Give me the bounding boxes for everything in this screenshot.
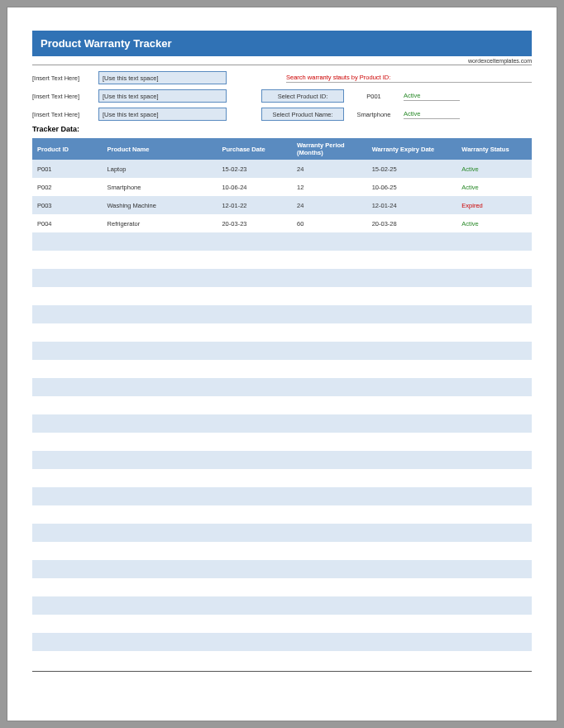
cell-warranty-status: Active [456, 178, 532, 196]
meta-input-2[interactable]: [Use this text space] [98, 89, 227, 103]
meta-row-2: [Insert Text Here] [Use this text space]… [32, 89, 532, 103]
col-product-name: Product Name [103, 138, 217, 160]
cell-expiry-date: 12-01-24 [367, 196, 457, 214]
document-page: Product Warranty Tracker wordexceltempla… [7, 7, 557, 721]
status-product-name: Active [404, 110, 460, 119]
table-row-empty [32, 469, 532, 487]
cell-warranty-period: 24 [292, 160, 367, 178]
table-row-empty [32, 596, 532, 615]
table-row-empty [32, 360, 532, 378]
cell-product-id: P004 [32, 214, 103, 232]
warranty-table: Product ID Product Name Purchase Date Wa… [32, 138, 532, 669]
table-row-empty [32, 342, 532, 360]
table-row-empty [32, 651, 532, 669]
table-row-empty [32, 287, 532, 305]
selected-product-id: P001 [344, 93, 404, 100]
search-header: Search warranty stauts by Product ID: [286, 74, 532, 83]
table-row-empty [32, 615, 532, 633]
table-row-empty [32, 505, 532, 524]
table-row-empty [32, 323, 532, 342]
cell-purchase-date: 15-02-23 [217, 160, 292, 178]
table-row-empty [32, 560, 532, 578]
cell-product-name: Washing Machine [103, 196, 217, 214]
page-title: Product Warranty Tracker [32, 31, 532, 56]
cell-purchase-date: 10-06-24 [217, 178, 292, 196]
cell-warranty-period: 12 [292, 178, 367, 196]
footer-divider [32, 671, 532, 672]
cell-expiry-date: 15-02-25 [367, 160, 457, 178]
meta-input-1[interactable]: [Use this text space] [98, 71, 227, 84]
col-expiry-date: Warranty Expiry Date [367, 138, 457, 160]
meta-label: [Insert Text Here] [32, 74, 98, 82]
col-warranty-status: Warranty Status [456, 138, 532, 160]
table-row-empty [32, 524, 532, 542]
table-row-empty [32, 451, 532, 469]
select-product-id-label[interactable]: Select Product ID: [261, 89, 344, 103]
table-row-empty [32, 378, 532, 396]
table-row-empty [32, 433, 532, 451]
cell-expiry-date: 20-03-28 [367, 214, 457, 232]
table-row-empty [32, 232, 532, 251]
table-row: P004Refrigerator20-03-236020-03-28Active [32, 214, 532, 232]
select-product-name-label[interactable]: Select Product Name: [261, 108, 344, 121]
cell-purchase-date: 20-03-23 [217, 214, 292, 232]
cell-product-id: P003 [32, 196, 103, 214]
cell-expiry-date: 10-06-25 [367, 178, 457, 196]
meta-label: [Insert Text Here] [32, 93, 98, 100]
table-header-row: Product ID Product Name Purchase Date Wa… [32, 138, 532, 160]
col-purchase-date: Purchase Date [217, 138, 292, 160]
cell-product-name: Laptop [103, 160, 217, 178]
table-row-empty [32, 305, 532, 323]
table-body: P001Laptop15-02-232415-02-25ActiveP002Sm… [32, 160, 532, 669]
meta-label: [Insert Text Here] [32, 111, 98, 118]
table-row-empty [32, 578, 532, 596]
cell-product-name: Refrigerator [103, 214, 217, 232]
col-product-id: Product ID [32, 138, 103, 160]
table-row: P001Laptop15-02-232415-02-25Active [32, 160, 532, 178]
cell-warranty-status: Active [456, 160, 532, 178]
cell-warranty-status: Expired [456, 196, 532, 214]
tracker-data-heading: Tracker Data: [32, 125, 532, 133]
cell-product-id: P002 [32, 178, 103, 196]
table-row-empty [32, 633, 532, 651]
cell-product-id: P001 [32, 160, 103, 178]
table-row: P003Washing Machine12-01-222412-01-24Exp… [32, 196, 532, 214]
table-row-empty [32, 487, 532, 505]
table-row-empty [32, 251, 532, 269]
meta-row-3: [Insert Text Here] [Use this text space]… [32, 107, 532, 122]
table-row: P002Smartphone10-06-241210-06-25Active [32, 178, 532, 196]
selected-product-name: Smartphone [344, 111, 404, 118]
meta-row-1: [Insert Text Here] [Use this text space]… [32, 70, 532, 85]
cell-product-name: Smartphone [103, 178, 217, 196]
cell-warranty-period: 24 [292, 196, 367, 214]
cell-warranty-period: 60 [292, 214, 367, 232]
table-row-empty [32, 414, 532, 433]
table-row-empty [32, 542, 532, 560]
meta-input-3[interactable]: [Use this text space] [98, 108, 227, 121]
cell-warranty-status: Active [456, 214, 532, 232]
cell-purchase-date: 12-01-22 [217, 196, 292, 214]
col-warranty-period: Warranty Period (Months) [292, 138, 367, 160]
table-row-empty [32, 396, 532, 414]
table-row-empty [32, 269, 532, 287]
attribution-link[interactable]: wordexceltemplates.com [32, 56, 532, 65]
status-product-id: Active [404, 92, 460, 101]
